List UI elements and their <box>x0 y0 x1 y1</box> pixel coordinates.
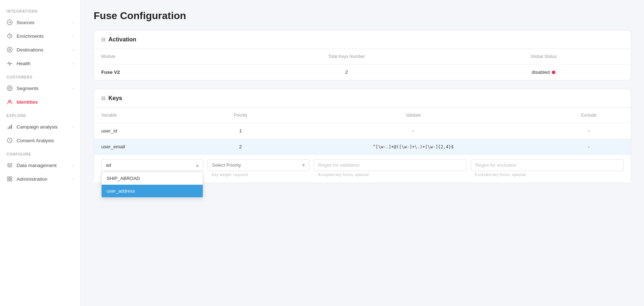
input-row: ▲ SHIP_ABROAD user_address ▼ Key weight:… <box>101 159 623 177</box>
page-title: Fuse Configuration <box>94 10 631 22</box>
sidebar-item-consent-analysis[interactable]: Consent Analysis <box>0 134 80 147</box>
svg-rect-13 <box>10 177 12 179</box>
chevron-icon: › <box>73 177 74 181</box>
identities-icon <box>6 99 13 105</box>
sidebar-item-segments-label: Segments <box>17 86 39 91</box>
activation-section: ⊟ Activation Module Total Keys Number Gl… <box>94 30 631 80</box>
col-variable: Variable <box>94 108 201 123</box>
svg-point-1 <box>7 47 12 52</box>
col-validate: Validate <box>279 108 547 123</box>
activation-table: Module Total Keys Number Global Status F… <box>94 49 631 80</box>
status-badge: disabled <box>532 69 555 75</box>
variable-cell: user_email <box>94 139 201 155</box>
priority-dropdown[interactable]: ▼ <box>207 159 309 171</box>
priority-cell: 1 <box>201 123 279 139</box>
table-row: user_id 1 - - <box>94 123 631 139</box>
variable-cell: user_id <box>94 123 201 139</box>
sidebar-item-health-label: Health <box>17 61 31 66</box>
sidebar-item-enrichments[interactable]: Enrichments › <box>0 29 80 43</box>
col-exclude: Exclude <box>547 108 631 123</box>
input-row-container: ▲ SHIP_ABROAD user_address ▼ Key weight:… <box>94 154 631 183</box>
sidebar: INTEGRATIONS Sources › Enrichments › Des… <box>0 0 81 306</box>
main-content: Fuse Configuration ⊟ Activation Module T… <box>81 0 644 306</box>
svg-rect-7 <box>9 126 10 129</box>
sidebar-item-sources-label: Sources <box>17 20 35 25</box>
validate-cell: - <box>279 123 547 139</box>
campaign-analysis-icon <box>6 123 13 130</box>
sidebar-item-enrichments-label: Enrichments <box>17 33 44 39</box>
variable-dropdown-popup: SHIP_ABROAD user_address <box>101 172 203 198</box>
sidebar-item-sources[interactable]: Sources › <box>0 15 80 29</box>
validate-input-wrapper: Accepted key forms: optional <box>314 159 466 177</box>
svg-point-4 <box>9 87 11 89</box>
activation-header: ⊟ Activation <box>94 31 631 49</box>
sidebar-section-integrations: INTEGRATIONS <box>0 4 80 15</box>
priority-cell: 2 <box>201 139 279 155</box>
col-total-keys: Total Keys Number <box>237 49 456 64</box>
variable-dropdown-wrapper: ▲ SHIP_ABROAD user_address <box>101 159 203 171</box>
table-row: user_email 2 ^[\w-.]+@([\w-]+\.)+[\w-]{2… <box>94 139 631 155</box>
priority-input[interactable] <box>207 159 309 171</box>
chevron-icon: › <box>73 21 74 24</box>
validate-helper: Accepted key forms: optional <box>314 172 466 177</box>
chevron-icon: › <box>73 62 74 66</box>
health-icon <box>6 60 13 67</box>
priority-helper: Key weight: required <box>207 172 309 177</box>
sidebar-item-destinations[interactable]: Destinations › <box>0 43 80 57</box>
chevron-icon: › <box>73 34 74 38</box>
chevron-icon: › <box>73 48 74 52</box>
svg-point-3 <box>7 86 12 91</box>
total-keys-value: 2 <box>237 64 456 80</box>
keys-header: ⊟ Keys <box>94 89 631 108</box>
consent-analysis-icon <box>6 137 13 144</box>
sidebar-item-identities-label: Identities <box>17 99 38 105</box>
sidebar-item-data-management-label: Data management <box>17 163 57 168</box>
sidebar-item-consent-analysis-label: Consent Analysis <box>17 138 54 143</box>
destinations-icon <box>6 46 13 53</box>
validate-input[interactable] <box>314 159 466 171</box>
sidebar-item-segments[interactable]: Segments › <box>0 81 80 95</box>
sidebar-item-campaign-analysis-label: Campaign analysis <box>17 124 58 130</box>
validate-cell: ^[\w-.]+@([\w-]+\.)+[\w-]{2,4}$ <box>279 139 547 155</box>
collapse-icon[interactable]: ⊟ <box>101 95 106 101</box>
global-status-value: disabled <box>456 64 631 80</box>
exclude-cell: - <box>547 139 631 155</box>
sidebar-item-destinations-label: Destinations <box>17 47 43 53</box>
sidebar-item-data-management[interactable]: Data management › <box>0 158 80 172</box>
sidebar-item-health[interactable]: Health › <box>0 57 80 70</box>
administration-icon <box>6 176 13 182</box>
svg-point-11 <box>8 163 12 165</box>
module-name: Fuse V2 <box>94 64 237 80</box>
table-row: Fuse V2 2 disabled <box>94 64 631 80</box>
svg-rect-14 <box>8 179 9 181</box>
sidebar-item-administration-label: Administration <box>17 176 48 182</box>
keys-section: ⊟ Keys Variable Priority Validate Exclud… <box>94 89 631 183</box>
svg-rect-12 <box>8 177 9 179</box>
exclude-input-wrapper: Excluded key forms: optional <box>471 159 623 177</box>
dropdown-option-ship-abroad[interactable]: SHIP_ABROAD <box>102 172 203 185</box>
svg-rect-15 <box>10 179 12 181</box>
sidebar-item-campaign-analysis[interactable]: Campaign analysis › <box>0 120 80 134</box>
exclude-input[interactable] <box>471 159 623 171</box>
priority-dropdown-wrapper: ▼ Key weight: required <box>207 159 309 177</box>
svg-rect-8 <box>11 125 12 129</box>
dropdown-option-user-address[interactable]: user_address <box>102 185 203 197</box>
sidebar-section-customers: CUSTOMERS <box>0 70 80 81</box>
col-global-status: Global Status <box>456 49 631 64</box>
status-dot <box>552 71 555 74</box>
data-management-icon <box>6 162 13 168</box>
segments-icon <box>6 85 13 91</box>
variable-dropdown[interactable]: ▲ <box>101 159 203 171</box>
sidebar-section-configure: CONFIGURE <box>0 147 80 158</box>
collapse-icon[interactable]: ⊟ <box>101 37 106 42</box>
chevron-icon: › <box>73 86 74 90</box>
enrichments-icon <box>6 33 13 39</box>
variable-input[interactable] <box>101 159 203 171</box>
keys-table: Variable Priority Validate Exclude user_… <box>94 108 631 154</box>
col-module: Module <box>94 49 237 64</box>
sidebar-item-identities[interactable]: Identities <box>0 95 80 109</box>
chevron-icon: › <box>73 125 74 129</box>
svg-point-2 <box>9 49 11 51</box>
sidebar-item-administration[interactable]: Administration › <box>0 172 80 186</box>
col-priority: Priority <box>201 108 279 123</box>
